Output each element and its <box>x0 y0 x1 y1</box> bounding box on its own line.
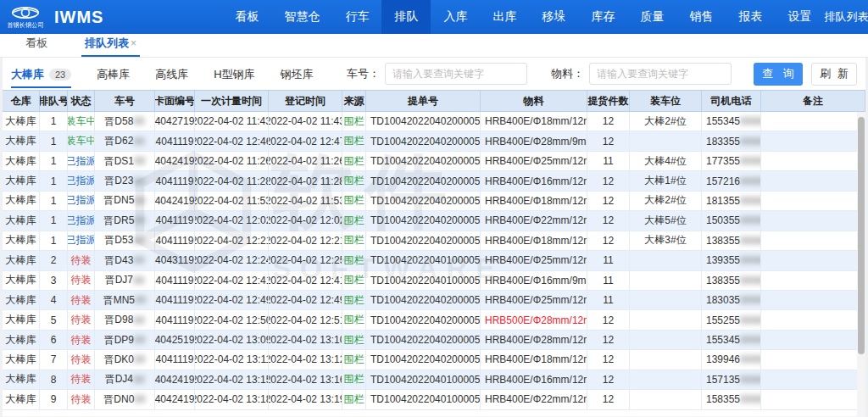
table-row[interactable]: 大棒库3待装晋DJ7881404111952022-04-02 12:41202… <box>3 271 865 291</box>
cell-qty: 11 <box>587 271 630 290</box>
cell-bill_no: TD10042022040100005315 <box>366 251 481 270</box>
col-header-bill_no[interactable]: 提单号 <box>366 91 481 111</box>
col-header-qty[interactable]: 提货件数 <box>587 91 630 111</box>
col-header-plate[interactable]: 车号 <box>95 91 155 111</box>
refresh-button[interactable]: 刷 新 <box>811 63 857 86</box>
table-row[interactable]: 大棒库1已指派晋D53881404111952022-04-02 12:2120… <box>3 231 865 251</box>
nav-item-11[interactable]: 设置 <box>775 0 824 34</box>
cell-register_time: 2022-04-02 13:16 <box>269 370 342 389</box>
cell-plate: 晋D4388 <box>95 251 155 270</box>
redacted-phone-digits: 88888 <box>740 393 761 405</box>
cell-dock <box>630 310 702 329</box>
cell-qty: 12 <box>587 112 630 131</box>
nav-item-9[interactable]: 销售 <box>676 0 726 34</box>
nav-item-4[interactable]: 入库 <box>431 0 480 34</box>
col-header-warehouse[interactable]: 仓库 <box>3 91 40 111</box>
nav-item-7[interactable]: 库存 <box>578 0 627 34</box>
warehouse-tab-0[interactable]: 大棒库23 <box>11 59 71 88</box>
col-header-remark[interactable]: 备注 <box>761 91 865 111</box>
col-header-material[interactable]: 物料 <box>481 91 587 111</box>
nav-item-3[interactable]: 排队 <box>381 0 431 34</box>
tab-close-icon[interactable]: × <box>131 37 136 49</box>
cell-plate: 晋DJ488 <box>95 370 155 389</box>
material-search-input[interactable] <box>589 63 732 85</box>
cell-status: 已指派 <box>68 192 95 210</box>
table-row[interactable]: 大棒库1已指派晋DS1881404241952022-04-02 11:2620… <box>3 152 865 171</box>
col-header-queue_no[interactable]: 排队号 <box>40 91 68 111</box>
nav-item-5[interactable]: 出库 <box>480 0 529 34</box>
cell-phone: 15525588888 <box>702 310 761 329</box>
col-header-register_time[interactable]: 登记时间 <box>269 91 342 111</box>
tab-0[interactable]: 看板 <box>22 36 51 57</box>
cell-dock <box>630 331 702 349</box>
table-row[interactable]: 大棒库1已指派晋D23881404111952022-04-02 11:2820… <box>3 171 865 191</box>
cell-register_time: 2022-04-02 12:47 <box>269 131 342 150</box>
cell-status: 已指派 <box>68 231 95 250</box>
query-button[interactable]: 查 询 <box>754 63 803 86</box>
top-navigation-bar: 首钢长钢公司 IWMS 看板智慧仓行车排队入库出库移垛库存质量销售报表设置 排队… <box>0 0 868 34</box>
cell-phone: 18335588888 <box>702 131 761 150</box>
cell-material: HRB400E/Φ16mm/12m <box>481 370 587 389</box>
cell-queue_no: 1 <box>40 192 68 210</box>
cell-dock: 大棒3#位 <box>630 231 702 250</box>
cell-weigh_time: 2022-04-02 11:28 <box>195 171 269 190</box>
nav-item-10[interactable]: 报表 <box>726 0 775 34</box>
col-header-source[interactable]: 来源 <box>342 91 366 111</box>
table-row[interactable]: 大棒库4待装晋MN5881404111952022-04-02 12:49202… <box>3 291 865 310</box>
warehouse-tab-4[interactable]: 钢坯库 <box>281 59 314 88</box>
cell-bill_no: TD10042022040200005320 <box>366 310 481 329</box>
cell-register_time: 2022-04-02 12:51 <box>269 310 342 329</box>
cell-status: 待装 <box>68 331 95 349</box>
cell-dock <box>630 251 702 270</box>
cell-warehouse: 大棒库 <box>3 112 40 131</box>
col-header-dock[interactable]: 装车位 <box>630 91 702 111</box>
warehouse-tab-3[interactable]: H型钢库 <box>214 59 254 88</box>
nav-item-6[interactable]: 移垛 <box>529 0 578 34</box>
cell-weigh_time: 2022-04-02 13:15 <box>195 370 269 389</box>
cell-warehouse: 大棒库 <box>3 310 40 329</box>
cell-weigh_time: 2022-04-02 12:41 <box>195 271 269 290</box>
nav-item-8[interactable]: 质量 <box>627 0 676 34</box>
nav-item-1[interactable]: 智慧仓 <box>271 0 332 34</box>
table-row[interactable]: 大棒库1装车中晋D58881404271952022-04-02 11:4320… <box>3 112 865 131</box>
table-row[interactable]: 大棒库9待装晋DN0881404241952022-04-02 13:18202… <box>3 390 865 409</box>
cell-material: HRB400E/Φ25mm/12m <box>481 251 587 270</box>
redacted-plate-digits: 88 <box>133 254 144 266</box>
cell-remark <box>761 390 865 409</box>
table-row[interactable]: 大棒库7待装晋DK0881404111952022-04-02 13:11202… <box>3 350 865 370</box>
nav-item-0[interactable]: 看板 <box>222 0 271 34</box>
cell-material: HRB400E/Φ18mm/12m <box>481 231 587 250</box>
table-body: 大棒库1装车中晋D58881404271952022-04-02 11:4320… <box>3 112 865 416</box>
redacted-phone-digits: 88888 <box>740 214 761 226</box>
user-area[interactable]: 排队列表 | 甲班 | 管理员 ▼ <box>824 9 868 25</box>
table-row[interactable]: 大棒库8待装晋DJ4881404241952022-04-02 13:15202… <box>3 370 865 390</box>
cell-phone: 13835588888 <box>702 231 761 250</box>
cell-plate: 晋D5388 <box>95 231 155 250</box>
table-row[interactable]: 大棒库5待装晋D98881404111952022-04-02 12:50202… <box>3 310 865 330</box>
table-row[interactable]: 大棒库1装车中晋D62881404111952022-04-02 12:4620… <box>3 131 865 151</box>
cell-material: HRB400E/Φ28mm/12m <box>481 331 587 349</box>
cell-warehouse: 大棒库 <box>3 291 40 309</box>
warehouse-tabs: 大棒库23高棒库高线库H型钢库钢坯库 <box>11 59 339 88</box>
table-row[interactable]: 大棒库6待装晋DP9881404251952022-04-02 13:09202… <box>3 331 865 350</box>
cell-bill_no: TD10042022040100005315 <box>366 390 481 409</box>
cell-card_no: 140424195 <box>155 390 195 409</box>
cell-card_no: 140411195 <box>155 171 195 190</box>
cell-phone: 15713588888 <box>702 370 761 389</box>
col-header-phone[interactable]: 司机电话 <box>702 91 761 111</box>
vertical-scrollbar[interactable] <box>857 112 865 416</box>
queue-table: 仓库排队号状态车号卡面编号一次计量时间登记时间来源提单号物料提货件数装车位司机电… <box>3 90 865 416</box>
col-header-weigh_time[interactable]: 一次计量时间 <box>195 91 269 111</box>
col-header-status[interactable]: 状态 <box>68 91 95 111</box>
nav-item-2[interactable]: 行车 <box>332 0 381 34</box>
vertical-scrollbar-thumb[interactable] <box>858 117 865 354</box>
warehouse-tab-2[interactable]: 高线库 <box>155 59 188 88</box>
warehouse-tab-1[interactable]: 高棒库 <box>97 59 130 88</box>
cell-plate: 晋D2388 <box>95 171 155 190</box>
plate-search-input[interactable] <box>385 63 527 85</box>
tab-1[interactable]: 排队列表× <box>81 36 140 57</box>
table-row[interactable]: 大棒库2待装晋D43881404311952022-04-02 12:24202… <box>3 251 865 270</box>
table-row[interactable]: 大棒库1已指派晋DR5881404111952022-04-02 12:0220… <box>3 211 865 231</box>
table-row[interactable]: 大棒库1已指派晋DN5881404241952022-04-02 11:5320… <box>3 192 865 211</box>
col-header-card_no[interactable]: 卡面编号 <box>155 91 195 111</box>
